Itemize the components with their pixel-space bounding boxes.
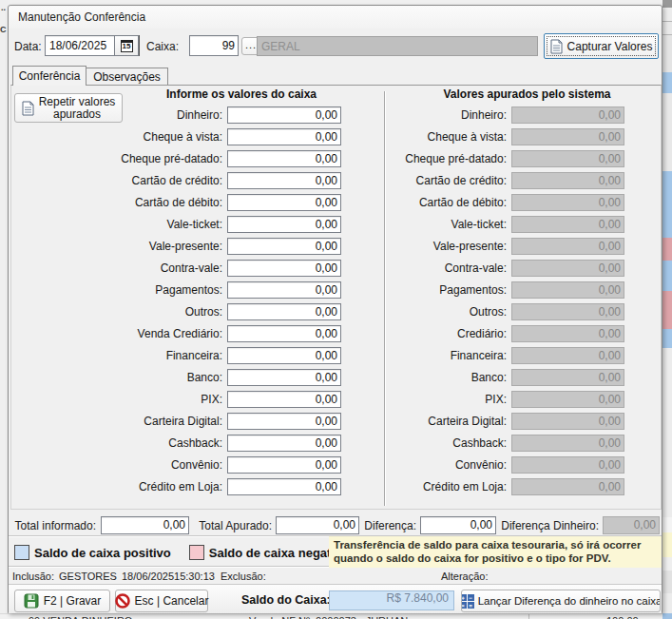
field-label: Convênio: bbox=[393, 458, 511, 472]
save-button[interactable]: F2 | Gravar bbox=[14, 590, 110, 612]
informed-value-input[interactable]: 0,00 bbox=[227, 260, 341, 277]
informed-value-row: Cartão de débito: 0,00 bbox=[12, 191, 341, 213]
field-label: Vale-presente: bbox=[393, 240, 511, 253]
system-value-row: Carteira Digital: 0,00 bbox=[393, 410, 624, 432]
exclusion-label: Exclusão: bbox=[221, 571, 266, 582]
launch-difference-button[interactable]: + − × = Lançar Diferença do dinheiro no … bbox=[461, 590, 661, 612]
system-value-field: 0,00 bbox=[511, 238, 624, 255]
informed-value-input[interactable]: 0,00 bbox=[227, 435, 341, 452]
system-value-field: 0,00 bbox=[511, 303, 624, 320]
informed-value-input[interactable]: 0,00 bbox=[227, 216, 341, 233]
field-label: Cartão de débito: bbox=[12, 196, 227, 209]
system-value-field: 0,00 bbox=[511, 456, 624, 474]
system-value-row: Cheque à vista: 0,00 bbox=[393, 126, 624, 147]
system-value-row: PIX: 0,00 bbox=[393, 388, 624, 410]
field-label: Cheque à vista: bbox=[393, 130, 511, 144]
system-value-field: 0,00 bbox=[511, 478, 624, 495]
system-value-row: Convênio: 0,00 bbox=[393, 454, 624, 475]
informed-value-input[interactable]: 0,00 bbox=[227, 413, 341, 430]
date-input[interactable] bbox=[45, 35, 114, 56]
field-label: Contra-vale: bbox=[12, 261, 227, 275]
system-value-field: 0,00 bbox=[511, 150, 624, 167]
informed-value-input[interactable]: 0,00 bbox=[227, 478, 341, 495]
informed-value-input[interactable]: 0,00 bbox=[227, 281, 341, 299]
informed-value-row: Carteira Digital: 0,00 bbox=[12, 410, 341, 432]
informed-value-input[interactable]: 0,00 bbox=[227, 456, 341, 474]
total-informed-value[interactable]: 0,00 bbox=[101, 516, 189, 534]
informed-value-input[interactable]: 0,00 bbox=[227, 325, 341, 342]
informed-value-input[interactable]: 0,00 bbox=[227, 194, 341, 211]
informed-value-input[interactable]: 0,00 bbox=[227, 391, 341, 408]
informed-value-input[interactable]: 0,00 bbox=[227, 128, 341, 145]
system-value-field: 0,00 bbox=[511, 281, 624, 299]
field-label: Vale-ticket: bbox=[12, 218, 227, 231]
informed-value-input[interactable]: 0,00 bbox=[227, 172, 341, 189]
informed-value-row: Financeira: 0,00 bbox=[12, 344, 341, 366]
field-label: Convênio: bbox=[12, 458, 227, 472]
system-value-field: 0,00 bbox=[511, 435, 624, 452]
field-label: Vale-presente: bbox=[12, 240, 227, 253]
total-computed-label: Total Apurado: bbox=[194, 517, 272, 534]
informed-value-input[interactable]: 0,00 bbox=[227, 106, 341, 124]
date-field-group: 15 bbox=[45, 35, 139, 56]
informed-value-row: Outros: 0,00 bbox=[12, 300, 341, 322]
informed-value-row: PIX: 0,00 bbox=[12, 388, 341, 410]
informed-value-input[interactable]: 0,00 bbox=[227, 347, 341, 364]
alteration-label: Alteração: bbox=[441, 571, 489, 582]
cash-difference-label: Diferença Dinheiro: bbox=[493, 517, 599, 534]
informed-value-row: Cartão de crédito: 0,00 bbox=[12, 169, 341, 191]
system-value-field: 0,00 bbox=[511, 172, 624, 189]
cash-difference-value: 0,00 bbox=[603, 516, 660, 534]
cancel-no-entry-icon bbox=[115, 593, 130, 609]
field-label: Cartão de débito: bbox=[393, 196, 511, 209]
field-label: Banco: bbox=[12, 371, 227, 384]
field-label: Carteira Digital: bbox=[393, 415, 511, 428]
informed-values-title: Informe os valores do caixa bbox=[104, 87, 379, 101]
cancel-button-label: Esc | Cancelar bbox=[135, 594, 209, 608]
informed-value-input[interactable]: 0,00 bbox=[227, 150, 341, 167]
informed-value-row: Contra-vale: 0,00 bbox=[12, 257, 341, 279]
register-balance-label: Saldo do Caixa: bbox=[241, 593, 331, 607]
background-window-left-edge: .. C bbox=[0, 0, 8, 619]
columns-divider bbox=[384, 91, 385, 506]
save-floppy-icon bbox=[24, 593, 39, 609]
system-value-field: 0,00 bbox=[511, 216, 624, 233]
system-value-field: 0,00 bbox=[511, 325, 624, 342]
total-computed-value[interactable]: 0,00 bbox=[276, 516, 359, 534]
positive-balance-label: Saldo de caixa positivo bbox=[34, 546, 171, 560]
calendar-picker-button[interactable]: 15 bbox=[114, 35, 139, 56]
field-label: Cashback: bbox=[12, 436, 227, 450]
calendar-icon: 15 bbox=[121, 40, 133, 52]
informed-value-input[interactable]: 0,00 bbox=[227, 303, 341, 320]
system-value-row: Cashback: 0,00 bbox=[393, 432, 624, 454]
informed-value-input[interactable]: 0,00 bbox=[227, 238, 341, 255]
informed-value-row: Vale-presente: 0,00 bbox=[12, 235, 341, 257]
field-label: Crédito em Loja: bbox=[12, 480, 227, 493]
informed-values-list: Dinheiro: 0,00 Cheque à vista: 0,00 Cheq… bbox=[12, 104, 341, 497]
system-values-list: Dinheiro: 0,00 Cheque à vista: 0,00 Cheq… bbox=[393, 104, 624, 497]
informed-value-row: Dinheiro: 0,00 bbox=[12, 104, 341, 126]
field-label: Banco: bbox=[393, 371, 511, 384]
difference-value[interactable]: 0,00 bbox=[420, 516, 496, 534]
register-number-input[interactable] bbox=[189, 35, 239, 56]
field-label: Cheque pré-datado: bbox=[393, 152, 511, 165]
bg-row-description: 99 VENDA DINHEIRO bbox=[29, 615, 132, 619]
tab-observacoes[interactable]: Observações bbox=[86, 68, 168, 86]
launch-difference-label: Lançar Diferença do dinheiro no caixa bbox=[478, 595, 661, 607]
system-value-field: 0,00 bbox=[511, 347, 624, 364]
tab-conferencia[interactable]: Conferência bbox=[12, 66, 86, 86]
field-label: Cheque à vista: bbox=[12, 130, 227, 144]
audit-row: Inclusão: GESTORES 18/06/202515:30:13 Ex… bbox=[9, 569, 662, 584]
field-label: PIX: bbox=[12, 393, 227, 406]
informed-value-row: Cheque pré-datado: 0,00 bbox=[12, 147, 341, 169]
bg-row-divider bbox=[528, 614, 529, 619]
background-window-partial-row: 99 VENDA DINHEIRO Venda NF Nº: 0000073 -… bbox=[0, 613, 662, 619]
system-value-field: 0,00 bbox=[511, 128, 624, 145]
dialog-titlebar[interactable]: Manutenção Conferência bbox=[9, 6, 662, 29]
capture-values-button[interactable]: Capturar Valores bbox=[544, 33, 659, 59]
field-label: Cheque pré-datado: bbox=[12, 152, 227, 165]
informed-value-input[interactable]: 0,00 bbox=[227, 369, 341, 386]
field-label: Outros: bbox=[393, 305, 511, 319]
system-value-field: 0,00 bbox=[511, 106, 624, 124]
cancel-button[interactable]: Esc | Cancelar bbox=[115, 590, 208, 612]
